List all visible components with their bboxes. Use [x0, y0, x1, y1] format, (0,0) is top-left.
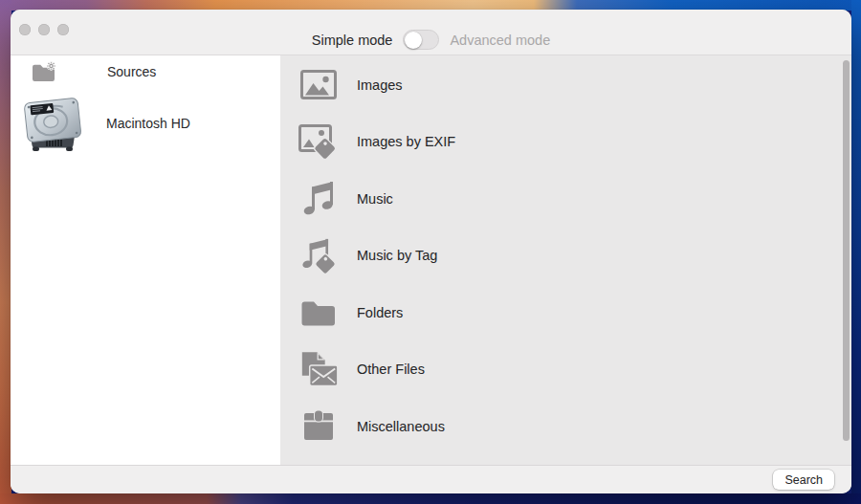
desktop: Simple mode Advanced mode — [0, 0, 861, 504]
macintosh-hd-label: Macintosh HD — [106, 116, 190, 131]
category-row-miscellaneous[interactable]: Miscellaneous — [280, 398, 851, 455]
wallpaper-bottom — [0, 493, 861, 504]
sources-sidebar: Sources — [11, 55, 280, 465]
folders-icon — [298, 291, 339, 335]
images-icon — [298, 63, 339, 107]
other-files-icon — [298, 347, 339, 391]
sources-header-label: Sources — [107, 64, 156, 79]
category-row-images[interactable]: Images — [280, 56, 851, 114]
window-titlebar[interactable]: Simple mode Advanced mode — [11, 10, 851, 55]
images-by-exif-icon — [298, 120, 339, 164]
music-by-tag-icon — [298, 233, 339, 277]
category-list: Images Images — [280, 55, 851, 465]
category-row-music-by-tag[interactable]: Music by Tag — [280, 228, 851, 285]
category-label: Images — [357, 77, 403, 93]
category-label: Music by Tag — [357, 248, 437, 263]
category-row-other-files[interactable]: Other Files — [280, 341, 851, 399]
hard-drive-icon — [21, 94, 84, 153]
wallpaper-right — [851, 0, 861, 504]
scrollbar-thumb[interactable] — [843, 60, 850, 441]
window-footer: Search — [11, 465, 851, 493]
category-row-folders[interactable]: Folders — [280, 284, 851, 341]
folder-gear-icon — [32, 61, 56, 82]
category-label: Other Files — [357, 362, 425, 377]
simple-mode-label: Simple mode — [312, 33, 393, 48]
scrollbar[interactable] — [840, 55, 851, 465]
mode-toggle-switch[interactable] — [403, 30, 439, 50]
category-label: Miscellaneous — [357, 419, 445, 434]
category-label: Folders — [357, 305, 403, 320]
sidebar-header-sources: Sources — [11, 55, 280, 88]
category-row-images-by-exif[interactable]: Images by EXIF — [280, 114, 851, 171]
category-row-music[interactable]: Music — [280, 170, 851, 228]
toggle-knob — [405, 32, 422, 49]
app-window: Simple mode Advanced mode — [11, 10, 851, 493]
search-button[interactable]: Search — [773, 470, 834, 490]
advanced-mode-label: Advanced mode — [450, 33, 550, 48]
miscellaneous-icon — [298, 405, 339, 449]
category-label: Images by EXIF — [357, 134, 455, 149]
category-label: Music — [357, 191, 393, 207]
music-icon — [298, 177, 339, 221]
window-content: Sources — [11, 55, 851, 465]
sidebar-item-macintosh-hd[interactable]: Macintosh HD — [11, 88, 280, 159]
mode-switch: Simple mode Advanced mode — [11, 30, 851, 50]
